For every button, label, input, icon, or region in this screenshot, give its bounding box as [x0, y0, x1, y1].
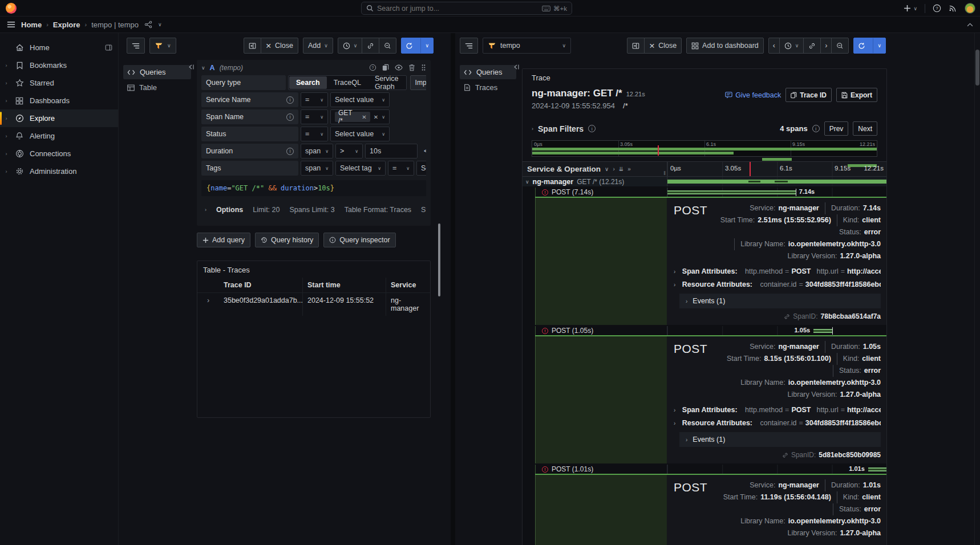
collapse-up-icon[interactable] — [967, 23, 973, 27]
span-duration-bar[interactable] — [868, 467, 886, 471]
sidebar-item-alerting[interactable]: › Alerting — [0, 127, 118, 145]
resource-attributes-row[interactable]: › Resource Attributes: container.id=304f… — [674, 419, 881, 427]
add-button[interactable]: Add ∨ — [303, 38, 333, 54]
expand-one-icon[interactable]: › — [613, 166, 614, 172]
collapse-all-icon[interactable]: ∨ — [605, 166, 609, 172]
run-query-button[interactable]: ∨ — [401, 38, 434, 54]
close-pane-button[interactable]: ✕ Close — [644, 38, 682, 54]
duration-scope-select[interactable]: span∨ — [301, 144, 333, 158]
split-pane-button[interactable] — [627, 38, 645, 54]
sidebar-item-home[interactable]: Home — [0, 39, 118, 56]
sidebar-item-dashboards[interactable]: › Dashboards — [0, 92, 118, 109]
share-icon[interactable] — [144, 21, 152, 29]
subnav-item-queries[interactable]: Queries — [460, 65, 516, 79]
column-resize-handle[interactable]: ‖ — [663, 170, 666, 176]
sidebar-item-administration[interactable]: › Administration — [0, 162, 118, 180]
query-ref-label[interactable]: A — [210, 64, 215, 72]
events-accordion[interactable]: › Events (1) — [679, 294, 881, 308]
status-operator-select[interactable]: =∨ — [301, 127, 328, 141]
prev-span-button[interactable]: Prev — [824, 121, 849, 136]
resource-attributes-row[interactable]: › Resource Attributes: container.id=304f… — [674, 280, 881, 288]
subnav-item-table[interactable]: Table — [123, 80, 191, 95]
breadcrumb-home[interactable]: Home — [21, 21, 42, 29]
span-row-root[interactable]: ∨ ng-manager GET /* (12.21s) — [523, 177, 886, 186]
global-search[interactable]: ⌘+k — [361, 2, 572, 15]
span-filters-label[interactable]: Span Filters — [538, 124, 584, 133]
column-header-start-time[interactable]: Start time — [302, 278, 386, 292]
next-span-button[interactable]: Next — [853, 121, 877, 136]
tags-operator-select[interactable]: =∨ — [388, 161, 414, 176]
chevron-right-icon[interactable]: › — [3, 63, 9, 68]
span-name-value-select[interactable]: GET /*✕ ✕∨ — [330, 109, 390, 124]
chevron-right-icon[interactable]: › — [3, 169, 9, 174]
collapse-sidebar-icon[interactable] — [187, 64, 195, 70]
events-accordion[interactable]: › Events (1) — [679, 432, 881, 447]
column-header-service[interactable]: Service — [386, 278, 430, 292]
link-button[interactable] — [803, 38, 821, 54]
export-button[interactable]: Export — [836, 88, 877, 102]
time-shift-forward-button[interactable]: › — [820, 38, 832, 54]
help-icon[interactable]: ? — [933, 4, 941, 13]
datasource-picker-button[interactable]: ∨ — [149, 38, 176, 54]
trace-minimap[interactable]: 0µs 3.05s 6.1s 9.15s 12.21s — [532, 140, 877, 157]
split-pane-button[interactable] — [244, 38, 261, 54]
query-help-icon[interactable]: ? — [369, 64, 376, 71]
query-inspector-button[interactable]: Query inspector — [323, 233, 395, 247]
link-button[interactable] — [362, 38, 379, 54]
span-attributes-row[interactable]: › Span Attributes: http.method=POSThttp.… — [674, 267, 881, 275]
disable-query-icon[interactable] — [395, 64, 403, 71]
chevron-right-icon[interactable]: › — [3, 151, 9, 157]
row-expander-icon[interactable]: › — [197, 292, 219, 316]
add-to-dashboard-button[interactable]: Add to dashboard — [686, 38, 764, 54]
column-header-trace-id[interactable]: Trace ID — [219, 278, 302, 292]
sidebar-item-starred[interactable]: › Starred — [0, 74, 118, 92]
add-new-button[interactable]: ∨ — [904, 5, 917, 12]
span-row[interactable]: !POST (1.05s) 1.05s — [523, 326, 886, 335]
tab-traceql[interactable]: TraceQL — [327, 76, 368, 89]
dock-icon[interactable] — [105, 44, 112, 51]
add-query-button[interactable]: Add query — [197, 233, 250, 247]
chevron-right-icon[interactable]: › — [3, 98, 9, 104]
minimap-cursor[interactable] — [658, 145, 659, 156]
pane-resize-divider[interactable] — [451, 33, 455, 545]
zoom-out-button[interactable] — [831, 38, 849, 54]
grafana-logo-icon[interactable] — [6, 3, 17, 14]
span-row[interactable]: !POST (1.01s) 1.01s — [523, 465, 886, 474]
query-options-row[interactable]: › Options Limit: 20 Spans Limit: 3 Table… — [201, 201, 426, 219]
status-value-select[interactable]: Select value∨ — [330, 127, 390, 141]
chevron-down-icon[interactable]: ∨ — [158, 22, 162, 27]
search-input[interactable] — [377, 5, 538, 13]
span-duration-bar[interactable] — [813, 329, 832, 333]
give-feedback-link[interactable]: Give feedback — [725, 91, 781, 99]
tab-search[interactable]: Search — [289, 76, 327, 89]
close-pane-button[interactable]: ✕ Close — [261, 38, 298, 54]
tags-tag-select[interactable]: Select tag∨ — [335, 161, 386, 176]
link-icon[interactable] — [782, 452, 788, 458]
import-trace-button[interactable]: Import trace — [410, 75, 426, 90]
expand-all-icon[interactable]: » — [627, 166, 631, 172]
chevron-right-icon[interactable]: › — [3, 116, 9, 121]
tab-service-graph[interactable]: Service Graph — [368, 76, 406, 89]
window-scrollbar[interactable] — [974, 33, 980, 545]
menu-toggle-icon[interactable] — [7, 21, 15, 28]
time-shift-back-button[interactable]: ‹ — [768, 38, 780, 54]
collapse-deep-icon[interactable]: ⇊ — [619, 166, 623, 172]
trace-id-button[interactable]: Trace ID — [785, 88, 832, 102]
chevron-down-icon[interactable]: ∨ — [525, 179, 529, 185]
remove-chip-icon[interactable]: ✕ — [362, 114, 366, 120]
breadcrumb-explore[interactable]: Explore — [53, 21, 80, 29]
service-name-value-select[interactable]: Select value∨ — [330, 92, 390, 107]
duration-value-input[interactable]: 10s — [365, 144, 418, 158]
link-icon[interactable] — [784, 314, 790, 320]
left-pane-scrollbar[interactable] — [438, 223, 440, 296]
duration-operator-select[interactable]: >∨ — [335, 144, 363, 158]
zoom-out-button[interactable] — [379, 38, 396, 54]
user-avatar[interactable] — [965, 3, 975, 14]
subnav-item-queries[interactable]: Queries — [123, 65, 191, 79]
chevron-right-icon[interactable]: › — [3, 133, 9, 139]
tags-scope-select[interactable]: span∨ — [301, 161, 333, 176]
datasource-picker-button[interactable]: tempo ∨ — [483, 38, 571, 54]
collapse-sidebar-icon[interactable] — [512, 64, 520, 70]
sidebar-item-bookmarks[interactable]: › Bookmarks — [0, 56, 118, 74]
chevron-right-icon[interactable]: › — [532, 126, 533, 132]
